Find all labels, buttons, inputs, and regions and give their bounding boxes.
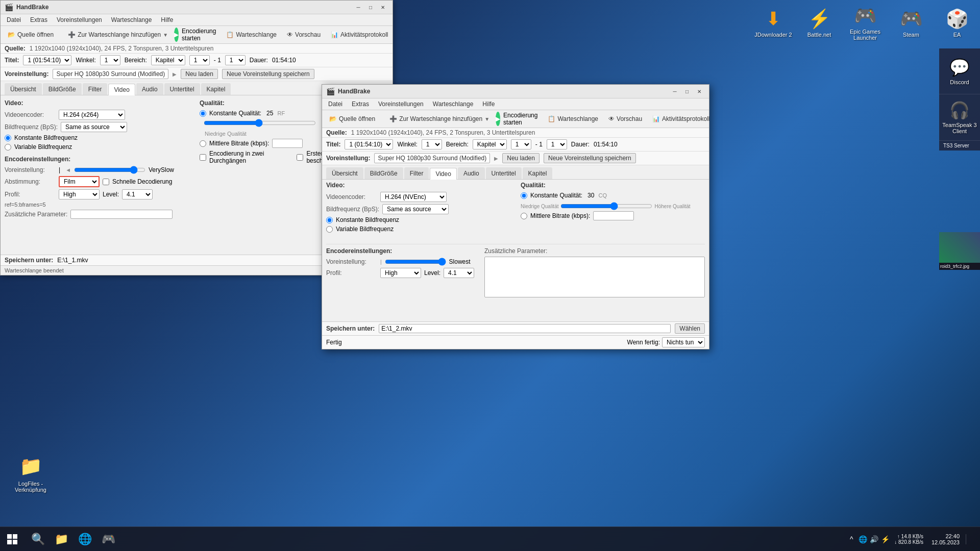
menu-voreinstellungen-2[interactable]: Voreinstellungen <box>374 99 428 109</box>
angle-select-2[interactable]: 1 <box>422 139 442 149</box>
const-quality-radio-2[interactable] <box>521 192 527 199</box>
tab-untertitel-1[interactable]: Untertitel <box>164 83 200 95</box>
minimize-button-1[interactable]: ─ <box>353 3 364 12</box>
taskbar-explorer[interactable]: 📁 <box>50 528 72 550</box>
start-button[interactable] <box>0 527 24 552</box>
profile-select-2[interactable]: High <box>380 268 421 278</box>
maximize-button-1[interactable]: □ <box>365 3 376 12</box>
menu-warteschlange-2[interactable]: Warteschlange <box>429 99 478 109</box>
framerate-select-2[interactable]: Same as source <box>382 204 449 214</box>
extra-params-input-1[interactable] <box>70 210 173 219</box>
ea-icon[interactable]: 🎲 EA <box>934 0 980 46</box>
title-select-1[interactable]: 1 (01:54:10) <box>23 55 71 65</box>
close-button-2[interactable]: ✕ <box>694 87 705 96</box>
tab-audio-2[interactable]: Audio <box>458 167 485 179</box>
bitrate-input-1[interactable] <box>272 139 303 148</box>
tab-filter-2[interactable]: Filter <box>404 167 429 179</box>
extra-params-textarea-2[interactable] <box>484 257 705 297</box>
turbo-check-1[interactable] <box>297 154 303 161</box>
tray-battery[interactable]: ⚡ <box>880 534 890 544</box>
reload-preset-2[interactable]: Neu laden <box>502 153 540 163</box>
menu-warteschlange-1[interactable]: Warteschlange <box>107 15 156 24</box>
minimize-button-2[interactable]: ─ <box>669 87 680 96</box>
title-select-2[interactable]: 1 (01:54:10) <box>345 139 393 149</box>
range-type-2[interactable]: Kapitel <box>473 139 507 149</box>
taskbar-search[interactable]: 🔍 <box>27 528 49 550</box>
range-to-2[interactable]: 1 <box>547 139 567 149</box>
steam-icon[interactable]: 🎮 Steam <box>888 0 934 46</box>
bitrate-input-2[interactable] <box>593 211 634 220</box>
logfiles-desktop-icon[interactable]: 📁 LogFiles - Verknüpfung <box>10 452 51 495</box>
queue-add-button-2[interactable]: ➕ Zur Warteschlange hinzufügen ▼ <box>385 114 494 124</box>
discord-app[interactable]: 💬 Discord <box>939 48 980 94</box>
source-button-2[interactable]: 📂 Quelle öffnen <box>325 114 379 124</box>
preview-button-1[interactable]: 👁 Vorschau <box>283 30 325 40</box>
tab-ubersicht-2[interactable]: Übersicht <box>326 167 363 179</box>
var-fps-radio-2[interactable] <box>326 226 333 233</box>
taskbar-chrome[interactable]: 🌐 <box>74 528 96 550</box>
preview-button-2[interactable]: 👁 Vorschau <box>604 114 646 124</box>
tray-network[interactable]: 🌐 <box>857 534 868 544</box>
tab-filter-1[interactable]: Filter <box>83 83 108 95</box>
taskbar-steam-tb[interactable]: 🎮 <box>97 528 119 550</box>
framerate-select-1[interactable]: Same as source <box>61 122 127 132</box>
activity-button-1[interactable]: 📊 Aktivitätsprotokoll <box>327 30 392 40</box>
encoder-select-1[interactable]: H.264 (x264) <box>59 110 125 120</box>
const-fps-radio-2[interactable] <box>326 217 333 223</box>
encode-start-button-1[interactable]: ▶ <box>174 28 179 42</box>
battlenet-icon[interactable]: ⚡ Battle.net <box>796 0 842 46</box>
tab-kapitel-1[interactable]: Kapitel <box>201 83 231 95</box>
jdownloader-icon[interactable]: ⬇ JDownloader 2 <box>750 0 796 46</box>
teamspeak-app[interactable]: 🎧 TeamSpeak 3 Client <box>939 94 980 140</box>
maximize-button-2[interactable]: □ <box>681 87 693 96</box>
epicgames-icon[interactable]: 🎮 Epic Games Launcher <box>842 0 888 46</box>
reload-preset-1[interactable]: Neu laden <box>181 69 218 79</box>
tab-ubersicht-1[interactable]: Übersicht <box>5 83 42 95</box>
menu-extras-2[interactable]: Extras <box>348 99 373 109</box>
tab-video-2[interactable]: Video <box>430 168 456 180</box>
tab-bildgrosse-1[interactable]: BildGröße <box>43 83 82 95</box>
const-quality-radio-1[interactable] <box>200 110 206 117</box>
const-fps-radio-1[interactable] <box>5 135 11 141</box>
close-button-1[interactable]: ✕ <box>377 3 388 12</box>
when-done-select-2[interactable]: Nichts tun <box>662 337 705 347</box>
level-select-2[interactable]: 4.1 <box>444 268 474 278</box>
menu-datei-2[interactable]: Datei <box>324 99 347 109</box>
queue-button-1[interactable]: 📋 Warteschlange <box>222 30 281 40</box>
taskbar-time[interactable]: 22:40 12.05.2023 <box>927 533 964 545</box>
quality-range-1[interactable] <box>204 119 316 127</box>
tab-audio-1[interactable]: Audio <box>136 83 163 95</box>
range-type-1[interactable]: Kapitel <box>151 55 185 65</box>
tray-sound[interactable]: 🔊 <box>869 534 879 544</box>
range-to-1[interactable]: 1 <box>225 55 246 65</box>
range-from-1[interactable]: 1 <box>189 55 210 65</box>
profile-select-1[interactable]: High <box>59 189 100 199</box>
range-from-2[interactable]: 1 <box>511 139 531 149</box>
menu-hilfe-2[interactable]: Hilfe <box>478 99 499 109</box>
tray-arrow[interactable]: ^ <box>846 534 856 544</box>
var-fps-radio-1[interactable] <box>5 144 11 151</box>
bitrate-radio-2[interactable] <box>521 213 527 219</box>
activity-button-2[interactable]: 📊 Aktivitätsprotokoll <box>648 114 714 124</box>
angle-select-1[interactable]: 1 <box>100 55 120 65</box>
enc-preset-slider-1[interactable] <box>74 166 145 174</box>
tune-select-1[interactable]: Film <box>59 176 100 187</box>
tab-untertitel-2[interactable]: Untertitel <box>486 167 522 179</box>
source-button-1[interactable]: 📂 Quelle öffnen <box>4 30 58 40</box>
encode-start-button-2[interactable]: ▶ <box>496 112 500 126</box>
level-select-1[interactable]: 4.1 <box>122 189 153 199</box>
two-pass-check-1[interactable] <box>200 154 206 161</box>
queue-button-2[interactable]: 📋 Warteschlange <box>544 114 602 124</box>
menu-datei-1[interactable]: Datei <box>3 15 25 24</box>
menu-extras-1[interactable]: Extras <box>26 15 52 24</box>
tab-bildgrosse-2[interactable]: BildGröße <box>364 167 403 179</box>
show-desktop-button[interactable] <box>966 534 976 544</box>
save-path-input-2[interactable] <box>379 324 671 333</box>
queue-add-button-1[interactable]: ➕ Zur Warteschlange hinzufügen ▼ <box>64 30 172 40</box>
tab-kapitel-2[interactable]: Kapitel <box>523 167 553 179</box>
browse-button-2[interactable]: Wählen <box>675 323 705 334</box>
quality-range-2[interactable] <box>560 202 652 210</box>
encoder-select-2[interactable]: H.264 (NVEnc) <box>380 192 447 202</box>
menu-hilfe-1[interactable]: Hilfe <box>157 15 177 24</box>
enc-preset-slider-2[interactable] <box>385 258 446 266</box>
